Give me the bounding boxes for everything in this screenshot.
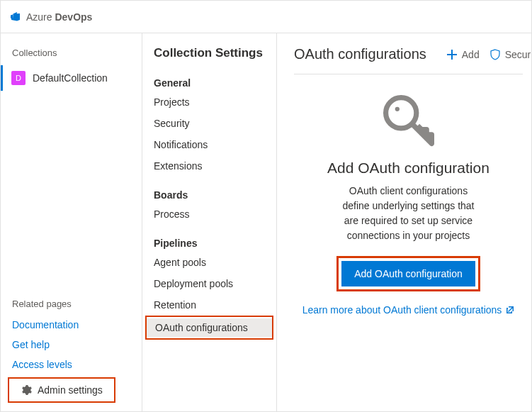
admin-settings-label: Admin settings [38, 384, 103, 396]
empty-body: OAuth client configurations define under… [338, 184, 480, 243]
group-pipelines: Pipelines [142, 233, 276, 252]
nav-deployment-pools[interactable]: Deployment pools [142, 273, 276, 294]
page-title: OAuth configurations [294, 46, 426, 62]
nav-projects[interactable]: Projects [142, 91, 276, 113]
page-header: OAuth configurations Add Security [294, 46, 523, 62]
collections-header: Collections [1, 48, 142, 65]
empty-state: Add OAuth configuration OAuth client con… [294, 82, 523, 411]
group-boards: Boards [142, 185, 276, 204]
learn-more-label: Learn more about OAuth client configurat… [302, 304, 502, 316]
topbar: Azure DevOps [1, 1, 531, 33]
security-label: Security [505, 49, 531, 60]
related-pages-header: Related pages [1, 299, 142, 315]
learn-more-link[interactable]: Learn more about OAuth client configurat… [302, 304, 515, 316]
brand-name: Azure [26, 11, 55, 23]
settings-title: Collection Settings [142, 46, 276, 73]
nav-process[interactable]: Process [142, 204, 276, 225]
nav-extensions[interactable]: Extensions [142, 155, 276, 177]
nav-oauth-configurations[interactable]: OAuth configurations [147, 318, 272, 337]
brand-name-bold: DevOps [55, 11, 92, 23]
collection-avatar: D [11, 71, 26, 85]
link-documentation[interactable]: Documentation [1, 315, 142, 335]
header-separator [294, 74, 523, 74]
add-label: Add [462, 49, 480, 60]
nav-oauth-highlight: OAuth configurations [145, 316, 273, 340]
add-button[interactable]: Add [446, 49, 480, 60]
nav-notifications[interactable]: Notifications [142, 134, 276, 155]
link-access-levels[interactable]: Access levels [1, 355, 142, 374]
collection-name: DefaultCollection [33, 72, 108, 84]
left-sidebar: Collections D DefaultCollection Related … [1, 33, 142, 411]
collection-item-default[interactable]: D DefaultCollection [1, 65, 142, 91]
add-oauth-highlight: Add OAuth configuration [336, 256, 480, 291]
gear-icon [21, 384, 32, 396]
security-button[interactable]: Security [489, 49, 531, 60]
add-oauth-configuration-button[interactable]: Add OAuth configuration [341, 261, 475, 286]
settings-nav: Collection Settings General Projects Sec… [142, 33, 277, 411]
svg-point-1 [395, 107, 399, 111]
nav-agent-pools[interactable]: Agent pools [142, 252, 276, 273]
shield-icon [489, 49, 501, 60]
azure-devops-logo-icon [9, 11, 21, 23]
admin-settings-button[interactable]: Admin settings [8, 377, 115, 403]
external-link-icon [506, 306, 514, 314]
brand-text: Azure DevOps [26, 11, 92, 23]
nav-security[interactable]: Security [142, 113, 276, 134]
link-get-help[interactable]: Get help [1, 335, 142, 355]
empty-heading: Add OAuth configuration [327, 160, 489, 177]
key-icon [377, 89, 441, 152]
plus-icon [446, 49, 458, 60]
main-content: OAuth configurations Add Security [277, 33, 531, 411]
group-general: General [142, 73, 276, 91]
nav-retention[interactable]: Retention [142, 294, 276, 316]
